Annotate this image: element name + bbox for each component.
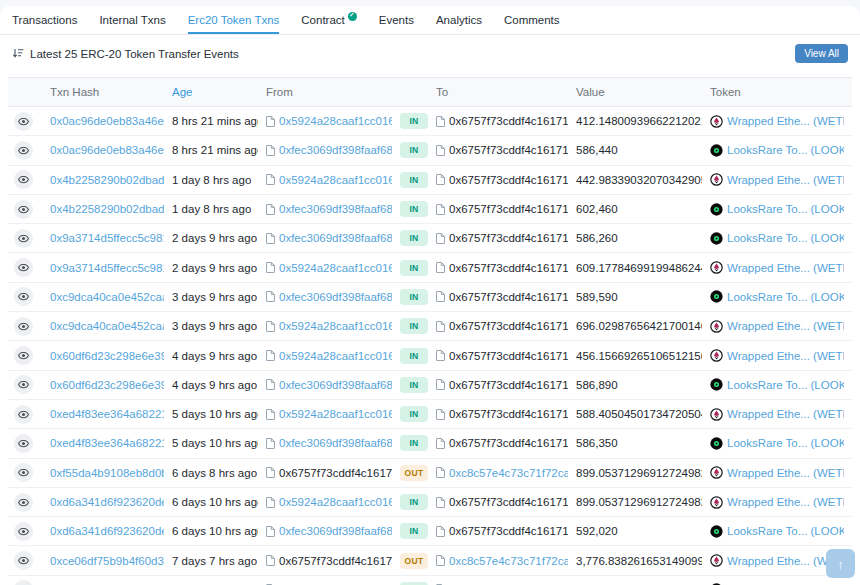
looks-token-icon [710,232,723,245]
age-sort-link[interactable]: Age [172,86,192,98]
address-text: 0x6757f73cddf4c161712... [449,525,568,537]
age-text: 6 days 8 hrs ago [172,467,257,479]
tab-internal-txns[interactable]: Internal Txns [99,6,165,34]
address-link[interactable]: 0x5924a28caaf1cc01661... [279,115,392,127]
document-icon-wrap [436,350,445,361]
txn-hash-link[interactable]: 0xc9dca40ca0e452caa8... [50,320,164,332]
tx-details-eye-button[interactable] [14,405,33,424]
token-link[interactable]: LooksRare To... (LOOKS) [727,379,844,391]
address-link[interactable]: 0x5924a28caaf1cc01661... [279,496,392,508]
tab-contract[interactable]: Contract [301,6,356,34]
tx-details-eye-button[interactable] [14,375,33,394]
token-link[interactable]: Wrapped Ethe... (WETH) [727,496,844,508]
age-cell: 6 days 10 hrs ago [172,525,266,537]
weth-token-icon [710,261,723,274]
txn-hash-link[interactable]: 0x60df6d23c298e6e39a... [50,350,164,362]
weth-token-icon [710,320,723,333]
tx-details-eye-button[interactable] [14,434,33,453]
token-link[interactable]: Wrapped Ethe... (WETH) [727,174,844,186]
scroll-to-top-button[interactable]: ↑ [826,549,855,578]
token-link[interactable]: Wrapped Ethe... (WETH) [727,262,844,274]
tx-details-eye-button[interactable] [14,229,33,248]
token-link[interactable]: Wrapped Ethe... (WETH) [727,350,844,362]
tx-details-eye-button[interactable] [14,317,33,336]
address-link[interactable]: 0xc8c57e4c73c71f72ca0... [449,555,568,567]
address-link[interactable]: 0xfec3069df398faaf689c... [279,379,392,391]
tx-details-eye-button[interactable] [14,463,33,482]
document-icon-wrap [266,379,275,390]
tab-analytics[interactable]: Analytics [436,6,482,34]
token-link[interactable]: LooksRare To... (LOOKS) [727,203,844,215]
tx-details-eye-button[interactable] [14,287,33,306]
table-row: 0x4b2258290b02dbad44...1 day 8 hrs ago0x… [8,195,852,224]
address-link[interactable]: 0x5924a28caaf1cc01661... [279,320,392,332]
address-link[interactable]: 0x5924a28caaf1cc01661... [279,350,392,362]
tx-details-eye-button[interactable] [14,141,33,160]
tx-details-eye-button[interactable] [14,522,33,541]
txn-hash-link[interactable]: 0x0ac96de0eb83a46efd... [50,144,164,156]
token-link[interactable]: Wrapped Ethe... (WETH) [727,115,844,127]
tx-details-eye-button[interactable] [14,580,33,585]
token-cell: Wrapped Ethe... (WETH) [710,173,852,186]
looks-token-icon [710,378,723,391]
weth-token-icon [710,320,723,333]
tab-erc20-token-txns[interactable]: Erc20 Token Txns [188,6,280,34]
txn-hash-link[interactable]: 0x9a3714d5ffecc5c9812... [50,232,164,244]
tx-details-eye-button[interactable] [14,346,33,365]
txn-hash-link[interactable]: 0x60df6d23c298e6e39a... [50,379,164,391]
document-icon [266,409,275,420]
address-link[interactable]: 0xfec3069df398faaf689c... [279,203,392,215]
document-icon-wrap [266,438,275,449]
tx-details-eye-button[interactable] [14,200,33,219]
token-link[interactable]: LooksRare To... (LOOKS) [727,525,844,537]
address-link[interactable]: 0xfec3069df398faaf689c... [279,291,392,303]
tab-transactions[interactable]: Transactions [12,6,77,34]
token-link[interactable]: Wrapped Ethe... (WETH) [727,408,844,420]
value-cell: 899.053712969127249827 [576,467,710,479]
direction-cell: IN [400,260,436,276]
txn-hash-link[interactable]: 0xed4f83ee364a682214... [50,437,164,449]
tx-details-eye-button[interactable] [14,551,33,570]
txn-hash-link[interactable]: 0xd6a341d6f923620de8... [50,525,164,537]
document-icon-wrap [266,409,275,420]
address-link[interactable]: 0xfec3069df398faaf689c... [279,525,392,537]
token-link[interactable]: LooksRare To... (LOOKS) [727,144,844,156]
txn-hash-link[interactable]: 0x9a3714d5ffecc5c9812... [50,262,164,274]
address-link[interactable]: 0x5924a28caaf1cc01661... [279,174,392,186]
tx-details-eye-button[interactable] [14,170,33,189]
token-link[interactable]: Wrapped Ethe... (WETH) [727,320,844,332]
address-link[interactable]: 0xfec3069df398faaf689c... [279,144,392,156]
txn-hash-link[interactable]: 0xf55da4b9108eb8d0b2... [50,467,164,479]
txn-hash-link[interactable]: 0xd6a341d6f923620de8... [50,496,164,508]
token-link[interactable]: LooksRare To... (LOOKS) [727,437,844,449]
address-cell: 0x6757f73cddf4c161712... [436,379,576,391]
tab-comments[interactable]: Comments [504,6,560,34]
txn-hash-link[interactable]: 0x0ac96de0eb83a46efd... [50,115,164,127]
value-text: 602,460 [576,203,618,215]
age-cell: 7 days 7 hrs ago [172,555,266,567]
tx-details-eye-button[interactable] [14,493,33,512]
address-link[interactable]: 0xfec3069df398faaf689c... [279,437,392,449]
txn-hash-cell: 0xce06df75b9b4f60d336... [50,555,172,567]
txn-hash-link[interactable]: 0xed4f83ee364a682214... [50,408,164,420]
txn-hash-link[interactable]: 0x4b2258290b02dbad44... [50,203,164,215]
address-cell: 0x6757f73cddf4c161712... [436,174,576,186]
tab-events[interactable]: Events [379,6,414,34]
address-link[interactable]: 0xc8c57e4c73c71f72ca0... [449,467,568,479]
tx-details-eye-button[interactable] [14,112,33,131]
document-icon-wrap [266,555,275,566]
token-link[interactable]: LooksRare To... (LOOKS) [727,232,844,244]
tx-details-eye-button[interactable] [14,258,33,277]
document-icon [436,233,445,244]
address-link[interactable]: 0xfec3069df398faaf689c... [279,232,392,244]
txn-hash-link[interactable]: 0x4b2258290b02dbad44... [50,174,164,186]
txn-hash-link[interactable]: 0xc9dca40ca0e452caa8... [50,291,164,303]
txn-hash-link[interactable]: 0xce06df75b9b4f60d336... [50,555,164,567]
token-link[interactable]: Wrapped Ethe... (WETH) [727,467,844,479]
address-link[interactable]: 0x5924a28caaf1cc01661... [279,408,392,420]
token-link[interactable]: LooksRare To... (LOOKS) [727,291,844,303]
age-text: 5 days 10 hrs ago [172,437,258,449]
col-age: Age [172,86,266,98]
view-all-button[interactable]: View All [795,44,848,63]
address-link[interactable]: 0x5924a28caaf1cc01661... [279,262,392,274]
